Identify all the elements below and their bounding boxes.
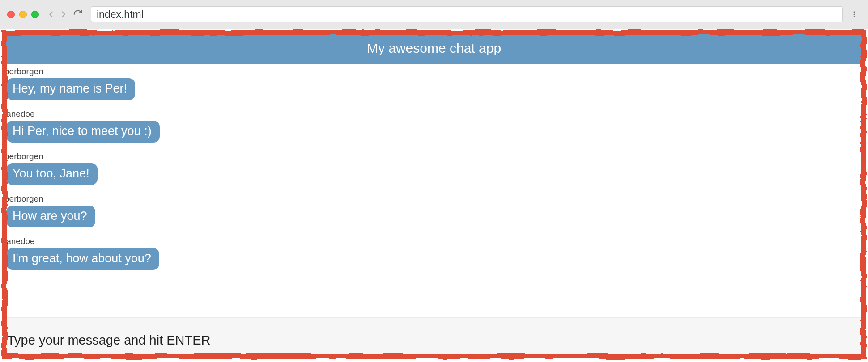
address-bar[interactable] xyxy=(91,6,843,22)
back-button[interactable] xyxy=(46,9,56,19)
message-username: janedoe xyxy=(4,236,864,246)
arrow-left-icon xyxy=(46,9,56,19)
forward-button[interactable] xyxy=(59,9,68,19)
reload-icon xyxy=(73,9,83,19)
message-input-area xyxy=(4,317,864,358)
messages-list[interactable]: perborgen Hey, my name is Per! janedoe H… xyxy=(4,64,864,317)
window-minimize-button[interactable] xyxy=(19,11,27,18)
message-bubble: You too, Jane! xyxy=(6,163,98,185)
message-item: janedoe I'm great, how about you? xyxy=(4,236,864,270)
message-username: perborgen xyxy=(4,152,864,161)
arrow-right-icon xyxy=(59,9,68,19)
svg-point-0 xyxy=(854,11,855,13)
app-title: My awesome chat app xyxy=(367,41,501,55)
browser-menu-button[interactable] xyxy=(847,9,861,19)
app-header: My awesome chat app xyxy=(4,34,864,64)
message-username: perborgen xyxy=(4,194,864,204)
message-item: perborgen Hey, my name is Per! xyxy=(4,67,864,100)
browser-chrome xyxy=(0,0,868,29)
message-bubble: Hi Per, nice to meet you :) xyxy=(6,121,160,143)
svg-point-1 xyxy=(854,14,855,15)
message-bubble: How are you? xyxy=(6,206,95,227)
message-bubble: Hey, my name is Per! xyxy=(6,78,135,100)
app-content: My awesome chat app perborgen Hey, my na… xyxy=(4,34,864,358)
window-controls xyxy=(7,11,39,18)
message-username: perborgen xyxy=(4,67,864,76)
message-input[interactable] xyxy=(7,333,861,348)
message-bubble: I'm great, how about you? xyxy=(6,248,159,270)
kebab-menu-icon xyxy=(850,9,858,19)
window-maximize-button[interactable] xyxy=(31,11,39,18)
message-item: perborgen You too, Jane! xyxy=(4,152,864,185)
window-close-button[interactable] xyxy=(7,11,15,18)
message-item: perborgen How are you? xyxy=(4,194,864,227)
message-username: janedoe xyxy=(4,109,864,119)
message-item: janedoe Hi Per, nice to meet you :) xyxy=(4,109,864,143)
nav-arrows xyxy=(46,9,83,19)
svg-point-2 xyxy=(854,16,855,17)
reload-button[interactable] xyxy=(73,9,83,19)
